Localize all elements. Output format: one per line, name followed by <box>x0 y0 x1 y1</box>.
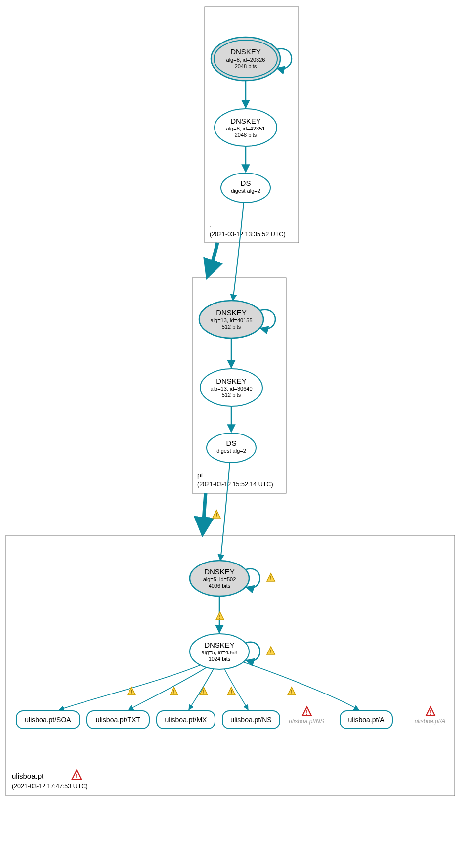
svg-text:alg=13, id=30640: alg=13, id=30640 <box>210 386 252 391</box>
svg-text:!: ! <box>270 575 272 581</box>
node-rr-a: ulisboa.pt/A <box>340 711 392 729</box>
node-pt-zsk: DNSKEY alg=13, id=30640 512 bits <box>200 369 262 406</box>
svg-text:!: ! <box>173 689 175 695</box>
svg-text:alg=5, id=502: alg=5, id=502 <box>203 576 236 582</box>
error-icon: ! <box>302 707 311 716</box>
node-rr-a-insecure: ulisboa.pt/A <box>415 718 446 725</box>
node-pt-ds: DS digest alg=2 <box>207 433 256 463</box>
svg-text:ulisboa.pt/NS: ulisboa.pt/NS <box>230 716 271 724</box>
warn-icon: ! <box>216 612 224 620</box>
svg-text:ulisboa.pt/TXT: ulisboa.pt/TXT <box>96 716 141 724</box>
svg-text:DS: DS <box>226 439 237 447</box>
edge-delegation-root-pt <box>208 243 217 276</box>
svg-text:DNSKEY: DNSKEY <box>230 47 261 56</box>
zone-ulisboa-timestamp: (2021-03-12 17:47:53 UTC) <box>12 783 88 790</box>
dnssec-diagram: . (2021-03-12 13:35:52 UTC) pt (2021-03-… <box>0 0 473 868</box>
svg-text:DNSKEY: DNSKEY <box>204 641 235 649</box>
svg-text:alg=5, id=4368: alg=5, id=4368 <box>202 650 238 655</box>
zone-root-label: . <box>210 221 212 229</box>
svg-text:2048 bits: 2048 bits <box>235 63 257 69</box>
node-root-ksk: DNSKEY alg=8, id=20326 2048 bits <box>211 37 280 81</box>
edge-ulzsk-a <box>244 662 359 710</box>
svg-text:ulisboa.pt/A: ulisboa.pt/A <box>348 716 385 724</box>
svg-text:!: ! <box>219 614 221 620</box>
svg-text:2048 bits: 2048 bits <box>235 132 257 138</box>
error-icon: ! <box>72 770 81 780</box>
svg-text:!: ! <box>215 512 217 518</box>
svg-text:DS: DS <box>241 179 251 187</box>
node-rr-txt: ulisboa.pt/TXT <box>87 711 149 729</box>
svg-text:!: ! <box>291 689 293 695</box>
warn-icon: ! <box>227 687 235 695</box>
edge-ulzsk-ns <box>224 669 248 710</box>
svg-text:!: ! <box>270 649 272 654</box>
zone-ulisboa-label: ulisboa.pt <box>12 772 44 780</box>
edge-ptds-ulksk <box>220 463 230 561</box>
edge-delegation-pt-ulisboa <box>203 493 206 533</box>
svg-text:DNSKEY: DNSKEY <box>204 567 235 576</box>
svg-text:digest alg=2: digest alg=2 <box>231 188 260 194</box>
svg-text:512 bits: 512 bits <box>222 392 241 398</box>
node-ul-zsk: DNSKEY alg=5, id=4368 1024 bits <box>190 634 249 669</box>
svg-text:!: ! <box>430 709 431 716</box>
svg-text:512 bits: 512 bits <box>222 324 241 330</box>
edge-ulzsk-soa <box>59 665 200 710</box>
warn-icon: ! <box>213 510 220 518</box>
edge-rootds-ptksk <box>233 203 244 301</box>
svg-text:DNSKEY: DNSKEY <box>216 308 247 317</box>
edge-ulzsk-mx <box>189 669 214 710</box>
node-ul-ksk: DNSKEY alg=5, id=502 4096 bits <box>190 561 249 596</box>
error-icon: ! <box>426 707 435 716</box>
svg-text:!: ! <box>230 689 232 695</box>
node-root-ds: DS digest alg=2 <box>221 173 270 203</box>
node-pt-ksk: DNSKEY alg=13, id=40155 512 bits <box>199 301 263 338</box>
svg-text:DNSKEY: DNSKEY <box>230 117 261 125</box>
svg-text:ulisboa.pt/SOA: ulisboa.pt/SOA <box>25 716 71 724</box>
svg-text:alg=8, id=20326: alg=8, id=20326 <box>226 57 265 63</box>
node-rr-ns-insecure: ulisboa.pt/NS <box>289 718 324 725</box>
svg-text:digest alg=2: digest alg=2 <box>216 448 246 454</box>
warn-icon: ! <box>288 687 296 695</box>
warn-icon: ! <box>267 647 275 654</box>
warn-icon: ! <box>128 687 135 695</box>
node-rr-mx: ulisboa.pt/MX <box>157 711 215 729</box>
svg-text:1024 bits: 1024 bits <box>209 656 231 662</box>
zone-root-timestamp: (2021-03-12 13:35:52 UTC) <box>210 231 286 238</box>
zone-pt-label: pt <box>197 471 203 479</box>
svg-text:!: ! <box>76 773 78 780</box>
svg-text:ulisboa.pt/MX: ulisboa.pt/MX <box>165 716 207 724</box>
svg-text:!: ! <box>203 689 205 695</box>
node-root-zsk: DNSKEY alg=8, id=42351 2048 bits <box>215 109 277 146</box>
svg-text:alg=8, id=42351: alg=8, id=42351 <box>226 126 265 131</box>
warn-icon: ! <box>170 687 178 695</box>
svg-text:!: ! <box>130 689 132 695</box>
svg-text:DNSKEY: DNSKEY <box>216 377 247 385</box>
node-rr-soa: ulisboa.pt/SOA <box>16 711 80 729</box>
svg-text:!: ! <box>306 709 308 716</box>
svg-text:alg=13, id=40155: alg=13, id=40155 <box>210 317 252 323</box>
node-rr-ns: ulisboa.pt/NS <box>222 711 280 729</box>
zone-pt-timestamp: (2021-03-12 15:52:14 UTC) <box>197 481 273 488</box>
edge-ulzsk-txt <box>129 667 207 710</box>
warn-icon: ! <box>267 573 275 581</box>
svg-text:4096 bits: 4096 bits <box>209 583 231 589</box>
